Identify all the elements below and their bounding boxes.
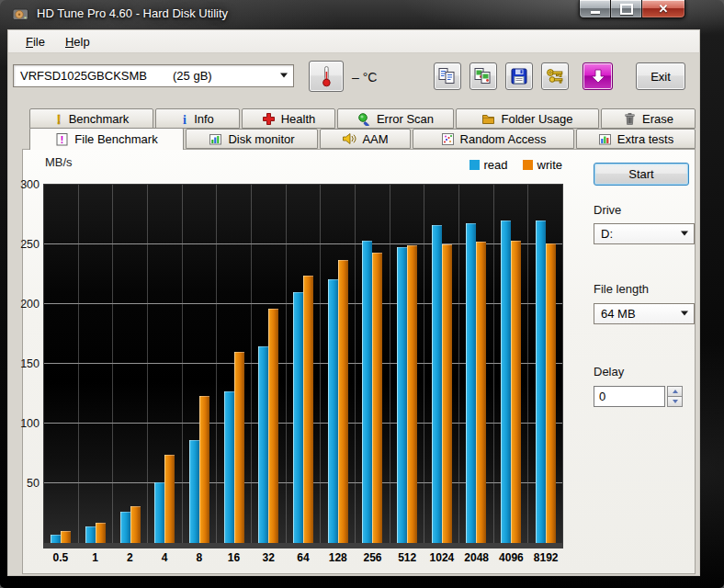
file-length-value: 64 MB (601, 307, 636, 321)
tab-label: Health (281, 112, 316, 126)
menu-bar: FileHelp (8, 30, 699, 53)
x-tick-label: 16 (217, 551, 252, 564)
x-tick-label: 256 (356, 551, 390, 564)
start-button[interactable]: Start (594, 163, 689, 186)
drive-select[interactable]: D: (594, 223, 695, 244)
write-bar (164, 455, 175, 543)
write-bar (61, 531, 71, 543)
chart-column (183, 185, 218, 543)
device-selector[interactable]: VRFSD1025GBCKSMB (25 gB) (13, 64, 294, 87)
chart-column (321, 185, 356, 543)
spinner-down-button[interactable] (667, 396, 683, 407)
magnifier-icon (357, 112, 371, 126)
tab-label: Folder Usage (501, 112, 572, 126)
file-length-select[interactable]: 64 MB (594, 303, 695, 324)
trash-icon (623, 112, 637, 126)
delay-input[interactable] (594, 386, 665, 407)
tab-health[interactable]: Health (242, 108, 335, 129)
tab-extra-tests[interactable]: Extra tests (576, 129, 696, 149)
tab-file-benchmark[interactable]: ! File Benchmark (29, 128, 184, 150)
minimize-icon (591, 11, 600, 14)
tab-error-scan[interactable]: Error Scan (337, 108, 454, 129)
read-swatch-icon (469, 160, 480, 170)
window-controls: ✕ (579, 0, 685, 18)
write-bar (407, 245, 417, 543)
tab-benchmark[interactable]: ! Benchmark (29, 108, 153, 129)
x-tick-label: 32 (251, 551, 286, 564)
chart-column (459, 185, 494, 543)
chart-column (79, 185, 114, 543)
chart-x-labels: 0.512481632641282565121024204840968192 (43, 551, 563, 564)
read-bar (432, 225, 442, 543)
svg-text:!: ! (61, 134, 64, 145)
spinner-up-button[interactable] (667, 386, 683, 396)
options-button[interactable] (541, 62, 569, 90)
write-bar (476, 242, 486, 543)
tab-label: Info (194, 112, 214, 126)
write-bar (338, 260, 348, 543)
svg-text:!: ! (56, 112, 61, 126)
benchmark-exclamation-icon: ! (54, 112, 63, 126)
close-icon: ✕ (659, 2, 669, 16)
legend-label: read (484, 158, 508, 172)
delay-spinner (667, 386, 683, 407)
menu-file[interactable]: File (16, 32, 55, 51)
extra-tests-icon (598, 132, 612, 146)
temperature-value: – °C (352, 70, 377, 85)
write-bar (442, 244, 452, 543)
update-button[interactable] (583, 62, 613, 90)
exit-button[interactable]: Exit (636, 62, 685, 90)
y-tick-label: 150 (20, 357, 40, 370)
tab-info[interactable]: i Info (155, 108, 240, 129)
file-benchmark-icon: ! (55, 132, 69, 146)
drive-label: Drive (594, 203, 621, 217)
x-tick-label: 512 (390, 551, 424, 564)
delay-label: Delay (594, 365, 624, 379)
x-tick-label: 2048 (459, 551, 494, 564)
maximize-icon (620, 4, 633, 15)
read-bar (397, 247, 407, 543)
write-bar (234, 352, 244, 543)
tab-label: File Benchmark (74, 132, 157, 146)
tab-disk-monitor[interactable]: Disk monitor (186, 129, 318, 149)
tab-random-access[interactable]: Random Access (413, 129, 574, 149)
chart-column (424, 185, 459, 543)
thermometer-icon (321, 65, 333, 87)
disk-monitor-icon (209, 132, 222, 146)
tab-erase[interactable]: Erase (601, 108, 696, 129)
copy-text-button[interactable] (434, 62, 461, 90)
chart-column (113, 185, 148, 543)
close-button[interactable]: ✕ (641, 0, 685, 18)
tab-folder-usage[interactable]: Folder Usage (456, 108, 599, 129)
x-tick-label: 128 (321, 551, 356, 564)
window-title: HD Tune Pro 4.60 - Hard Disk Utility (37, 6, 228, 20)
temperature-button[interactable] (309, 61, 344, 92)
save-button[interactable] (505, 62, 533, 90)
chevron-down-icon (280, 73, 288, 81)
read-bar (224, 391, 234, 543)
chart-y-labels: 30025020015010050 (6, 185, 40, 543)
tab-label: Error Scan (377, 112, 434, 126)
x-tick-label: 64 (286, 551, 321, 564)
drive-value: D: (601, 227, 613, 241)
chart-column (390, 185, 425, 543)
write-bar (511, 241, 521, 543)
copy-image-button[interactable] (469, 62, 497, 90)
legend-item-read: read (469, 158, 508, 172)
read-bar (189, 440, 199, 543)
maximize-button[interactable] (611, 0, 641, 18)
write-bar (303, 276, 313, 543)
read-bar (51, 535, 61, 543)
y-tick-label: 250 (20, 238, 40, 251)
chart-plot (43, 184, 563, 548)
y-tick-label: 200 (20, 298, 40, 311)
chart-column (287, 185, 322, 543)
folder-icon (481, 112, 495, 125)
write-bar (268, 309, 278, 543)
health-cross-icon (262, 112, 276, 126)
menu-help[interactable]: Help (55, 32, 100, 51)
tab-aam[interactable]: AAM (320, 129, 411, 149)
minimize-button[interactable] (579, 0, 611, 18)
exit-label: Exit (650, 70, 671, 84)
info-icon: i (181, 112, 188, 126)
